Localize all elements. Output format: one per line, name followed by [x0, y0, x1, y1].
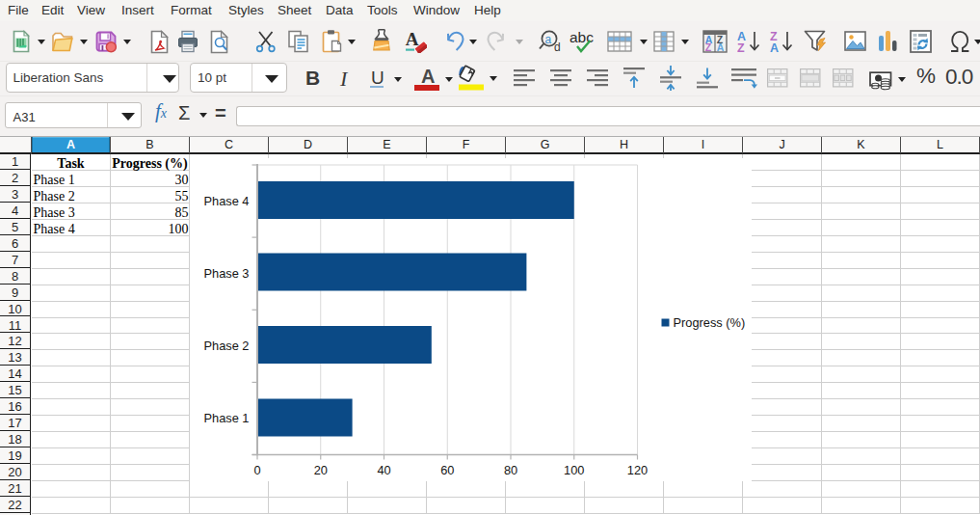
- svg-text:Phase 4: Phase 4: [204, 194, 250, 208]
- svg-text:abc: abc: [569, 30, 594, 45]
- svg-text:Z: Z: [705, 41, 712, 53]
- svg-text:a: a: [545, 33, 552, 46]
- svg-text:A: A: [717, 41, 725, 53]
- svg-text:d: d: [554, 41, 561, 54]
- svg-text:0: 0: [253, 463, 260, 477]
- svg-text:120: 120: [627, 463, 648, 477]
- svg-text:100: 100: [564, 463, 584, 477]
- svg-text:60: 60: [440, 463, 454, 477]
- svg-text:40: 40: [377, 463, 390, 477]
- svg-text:Phase 2: Phase 2: [204, 339, 250, 353]
- svg-text:A: A: [406, 29, 419, 49]
- svg-text:Phase 1: Phase 1: [204, 411, 250, 425]
- svg-text:Progress (%): Progress (%): [674, 315, 746, 330]
- svg-text:A: A: [770, 41, 779, 53]
- svg-text:Z: Z: [737, 41, 745, 53]
- svg-text:Phase 3: Phase 3: [204, 266, 250, 281]
- svg-text:20: 20: [314, 463, 328, 477]
- svg-text:80: 80: [504, 463, 517, 477]
